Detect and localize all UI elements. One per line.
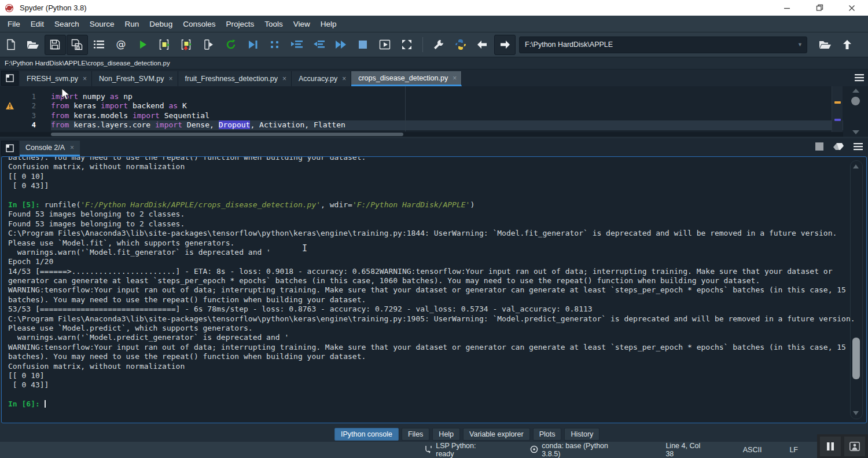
close-icon[interactable]: × xyxy=(453,74,457,82)
console-tab[interactable]: Console 2/A × xyxy=(20,141,80,156)
browse-tabs-icon xyxy=(6,74,14,82)
run-selection-button[interactable] xyxy=(198,35,220,55)
ipython-console[interactable]: batches). You may need to use the repeat… xyxy=(1,156,867,423)
parent-directory-button[interactable] xyxy=(836,35,858,55)
editor-tab[interactable]: fruit_Freshness_detection.py× xyxy=(178,71,292,86)
save-all-button[interactable] xyxy=(67,35,88,55)
editor-tab[interactable]: Accuracy.py× xyxy=(292,71,351,86)
editor-tab[interactable]: Non_Fresh_SVM.py× xyxy=(92,71,178,86)
menu-source[interactable]: Source xyxy=(84,16,120,32)
close-icon[interactable]: × xyxy=(83,75,87,83)
pane-tab-ipython-console[interactable]: IPython console xyxy=(334,428,399,441)
console-options-menu-icon[interactable] xyxy=(853,142,863,151)
console-segment: C:\Program Files\Anaconda3\lib\site-pack… xyxy=(8,314,855,323)
code-editor[interactable]: 1234 import numpy as npfrom keras import… xyxy=(0,86,868,137)
step-return-button[interactable] xyxy=(308,35,330,55)
close-icon[interactable]: × xyxy=(168,75,172,83)
forward-arrow-icon xyxy=(498,39,511,50)
chevron-down-icon[interactable]: ▼ xyxy=(797,42,807,47)
close-icon[interactable] xyxy=(836,0,868,16)
editor-tab-label: fruit_Freshness_detection.py xyxy=(185,75,278,83)
pane-tab-plots[interactable]: Plots xyxy=(533,428,562,441)
pane-tab-files[interactable]: Files xyxy=(402,428,429,441)
menu-run[interactable]: Run xyxy=(120,16,145,32)
save-button[interactable] xyxy=(45,35,66,55)
step-into-button[interactable] xyxy=(286,35,308,55)
forward-button[interactable] xyxy=(494,35,516,55)
code-segment: from xyxy=(51,120,69,129)
run-cell-advance-button[interactable] xyxy=(176,35,198,55)
line-number: 2 xyxy=(0,101,36,111)
console-output[interactable]: batches). You may need to use the repeat… xyxy=(8,156,843,409)
new-file-button[interactable] xyxy=(1,35,22,55)
recording-pause-button[interactable] xyxy=(820,437,841,456)
pane-tab-history[interactable]: History xyxy=(564,428,599,441)
scroll-up-arrow-icon[interactable] xyxy=(852,89,859,93)
minimize-icon[interactable] xyxy=(771,0,803,16)
pane-tab-variable-explorer[interactable]: Variable explorer xyxy=(463,428,530,441)
menu-consoles[interactable]: Consoles xyxy=(178,16,220,32)
back-button[interactable] xyxy=(472,35,494,55)
menu-file[interactable]: File xyxy=(2,16,25,32)
browse-tabs-button[interactable] xyxy=(1,71,19,86)
console-actions xyxy=(815,142,863,151)
fullscreen-button[interactable] xyxy=(396,35,418,55)
console-segment: , wdir= xyxy=(321,200,352,209)
code-segment: import xyxy=(133,111,160,120)
close-icon[interactable]: × xyxy=(342,75,346,83)
code-area[interactable]: import numpy as npfrom keras import back… xyxy=(51,92,345,130)
current-file-path: F:\Python HardDisk\APPLE\crops_disease_d… xyxy=(5,60,170,67)
interrupt-kernel-icon[interactable] xyxy=(815,142,824,151)
code-line: from keras import backend as K xyxy=(51,101,345,111)
rerun-cell-button[interactable] xyxy=(220,35,242,55)
maximize-pane-button[interactable] xyxy=(374,35,396,55)
editor-tab[interactable]: crops_disease_detection.py× xyxy=(351,71,462,86)
menu-view[interactable]: View xyxy=(288,16,315,32)
pythonpath-manager-button[interactable] xyxy=(450,35,472,55)
toolbar-separator xyxy=(422,37,423,52)
menu-tools[interactable]: Tools xyxy=(259,16,288,32)
console-segment: In [6]: xyxy=(8,400,45,408)
run-cell-button[interactable] xyxy=(155,35,176,55)
scroll-down-arrow-icon[interactable] xyxy=(853,411,859,415)
run-file-button[interactable] xyxy=(133,35,154,55)
scrollbar-thumb[interactable] xyxy=(851,97,860,105)
working-directory-input[interactable] xyxy=(520,41,797,49)
find-symbols-button[interactable]: @ xyxy=(111,35,132,55)
debug-file-button[interactable] xyxy=(242,35,264,55)
editor-vertical-scrollbar[interactable] xyxy=(845,86,867,137)
editor-tab[interactable]: FRESH_svm.py× xyxy=(20,71,92,86)
console-browse-tabs-button[interactable] xyxy=(1,141,19,156)
webcam-toggle-button[interactable] xyxy=(844,437,865,456)
outline-explorer-button[interactable] xyxy=(89,35,110,55)
restore-icon[interactable] xyxy=(803,0,836,16)
tabbar-options-button[interactable] xyxy=(854,73,865,85)
console-line: Found 53 images belonging to 2 classes. xyxy=(8,219,843,229)
hscroll-thumb[interactable] xyxy=(51,133,403,136)
continue-execution-button[interactable] xyxy=(330,35,352,55)
step-over-button[interactable] xyxy=(264,35,286,55)
scrollbar-thumb[interactable] xyxy=(852,338,860,379)
menu-search[interactable]: Search xyxy=(49,16,84,32)
menu-edit[interactable]: Edit xyxy=(25,16,49,32)
scroll-down-arrow-icon[interactable] xyxy=(852,130,859,134)
clear-console-eraser-icon[interactable] xyxy=(832,142,845,151)
preferences-button[interactable] xyxy=(428,35,450,55)
scroll-up-arrow-icon[interactable] xyxy=(853,164,859,168)
code-segment: np xyxy=(119,92,132,101)
menu-debug[interactable]: Debug xyxy=(144,16,178,32)
pane-tab-help[interactable]: Help xyxy=(432,428,460,441)
editor-tab-label: Non_Fresh_SVM.py xyxy=(99,75,164,83)
menu-projects[interactable]: Projects xyxy=(220,16,259,32)
console-line: 53/53 [==============================] -… xyxy=(8,305,843,314)
wrench-icon xyxy=(433,39,444,50)
close-icon[interactable]: × xyxy=(70,144,74,152)
menu-help[interactable]: Help xyxy=(315,16,342,32)
step-over-icon xyxy=(270,39,280,50)
open-file-button[interactable] xyxy=(23,35,44,55)
browse-directory-button[interactable] xyxy=(814,35,836,55)
close-icon[interactable]: × xyxy=(282,75,286,83)
editor-horizontal-scrollbar[interactable] xyxy=(0,132,843,137)
console-vertical-scrollbar[interactable] xyxy=(850,160,863,419)
stop-button[interactable] xyxy=(352,35,374,55)
